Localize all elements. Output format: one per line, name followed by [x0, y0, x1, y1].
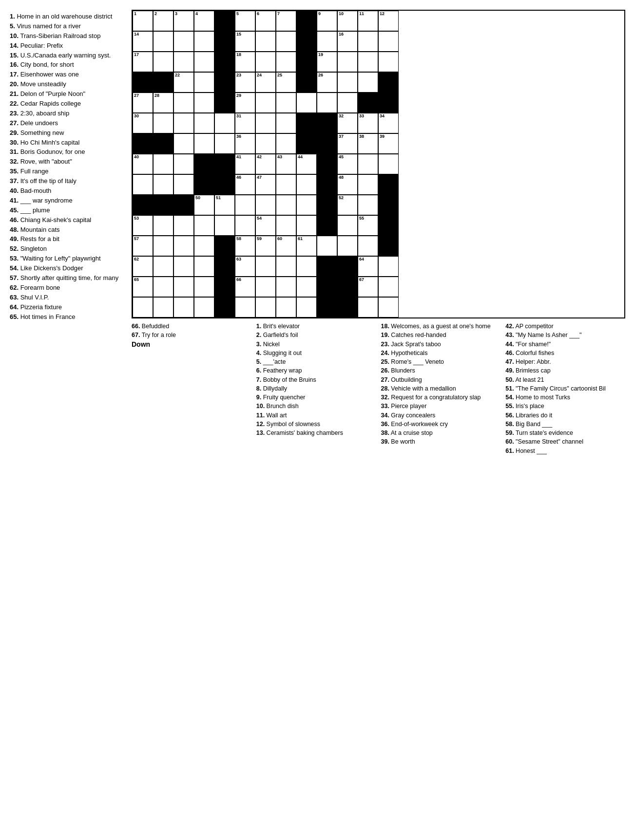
- cell-10-3[interactable]: [194, 215, 214, 236]
- cell-9-4[interactable]: 51: [214, 195, 235, 215]
- cell-5-10[interactable]: 32: [337, 113, 358, 133]
- cell-10-4[interactable]: [214, 215, 235, 236]
- cell-5-1[interactable]: [153, 113, 173, 133]
- cell-11-9[interactable]: [317, 236, 337, 256]
- cell-10-2[interactable]: [173, 215, 194, 236]
- cell-9-7[interactable]: [276, 195, 296, 215]
- cell-2-11[interactable]: [358, 52, 378, 72]
- cell-14-6[interactable]: [255, 297, 276, 317]
- cell-7-10[interactable]: 45: [337, 154, 358, 174]
- cell-11-11[interactable]: [358, 236, 378, 256]
- cell-5-6[interactable]: [255, 113, 276, 133]
- cell-9-6[interactable]: [255, 195, 276, 215]
- cell-6-5[interactable]: 36: [235, 133, 255, 154]
- cell-8-7[interactable]: [276, 174, 296, 195]
- cell-0-2[interactable]: 3: [173, 11, 194, 31]
- cell-4-6[interactable]: [255, 93, 276, 113]
- cell-7-0[interactable]: 40: [133, 154, 153, 174]
- cell-13-11[interactable]: 67: [358, 277, 378, 297]
- cell-8-11[interactable]: [358, 174, 378, 195]
- cell-10-1[interactable]: [153, 215, 173, 236]
- cell-13-6[interactable]: [255, 277, 276, 297]
- cell-1-0[interactable]: 14: [133, 31, 153, 52]
- cell-11-5[interactable]: 58: [235, 236, 255, 256]
- cell-2-7[interactable]: [276, 52, 296, 72]
- cell-14-3[interactable]: [194, 297, 214, 317]
- cell-1-3[interactable]: [194, 31, 214, 52]
- cell-3-2[interactable]: 22: [173, 72, 194, 93]
- cell-7-6[interactable]: 42: [255, 154, 276, 174]
- cell-9-3[interactable]: 50: [194, 195, 214, 215]
- cell-8-2[interactable]: [173, 174, 194, 195]
- cell-7-1[interactable]: [153, 154, 173, 174]
- cell-4-5[interactable]: 29: [235, 93, 255, 113]
- cell-1-1[interactable]: [153, 31, 173, 52]
- cell-9-5[interactable]: [235, 195, 255, 215]
- cell-11-8[interactable]: 61: [296, 236, 317, 256]
- cell-7-11[interactable]: [358, 154, 378, 174]
- cell-3-11[interactable]: [358, 72, 378, 93]
- cell-4-10[interactable]: [337, 93, 358, 113]
- cell-4-9[interactable]: [317, 93, 337, 113]
- cell-6-2[interactable]: [173, 133, 194, 154]
- cell-12-3[interactable]: [194, 256, 214, 277]
- cell-6-3[interactable]: [194, 133, 214, 154]
- cell-9-11[interactable]: [358, 195, 378, 215]
- cell-12-12[interactable]: [378, 256, 399, 277]
- cell-10-7[interactable]: [276, 215, 296, 236]
- cell-13-0[interactable]: 65: [133, 277, 153, 297]
- cell-10-0[interactable]: 53: [133, 215, 153, 236]
- cell-11-7[interactable]: 60: [276, 236, 296, 256]
- cell-6-7[interactable]: [276, 133, 296, 154]
- cell-14-8[interactable]: [296, 297, 317, 317]
- cell-2-6[interactable]: [255, 52, 276, 72]
- cell-3-9[interactable]: 26: [317, 72, 337, 93]
- cell-14-5[interactable]: [235, 297, 255, 317]
- cell-14-11[interactable]: [358, 297, 378, 317]
- cell-11-3[interactable]: [194, 236, 214, 256]
- cell-14-12[interactable]: [378, 297, 399, 317]
- cell-13-2[interactable]: [173, 277, 194, 297]
- cell-5-3[interactable]: [194, 113, 214, 133]
- cell-2-1[interactable]: [153, 52, 173, 72]
- cell-13-12[interactable]: [378, 277, 399, 297]
- cell-11-6[interactable]: 59: [255, 236, 276, 256]
- cell-12-11[interactable]: 64: [358, 256, 378, 277]
- cell-10-11[interactable]: 55: [358, 215, 378, 236]
- cell-5-4[interactable]: [214, 113, 235, 133]
- cell-13-1[interactable]: [153, 277, 173, 297]
- cell-12-1[interactable]: [153, 256, 173, 277]
- cell-0-9[interactable]: 9: [317, 11, 337, 31]
- cell-7-7[interactable]: 43: [276, 154, 296, 174]
- cell-13-8[interactable]: [296, 277, 317, 297]
- cell-14-0[interactable]: [133, 297, 153, 317]
- cell-4-3[interactable]: [194, 93, 214, 113]
- cell-12-0[interactable]: 62: [133, 256, 153, 277]
- cell-0-10[interactable]: 10: [337, 11, 358, 31]
- cell-12-8[interactable]: [296, 256, 317, 277]
- cell-5-0[interactable]: 30: [133, 113, 153, 133]
- cell-1-11[interactable]: [358, 31, 378, 52]
- cell-9-10[interactable]: 52: [337, 195, 358, 215]
- cell-13-3[interactable]: [194, 277, 214, 297]
- cell-0-0[interactable]: 1: [133, 11, 153, 31]
- cell-5-5[interactable]: 31: [235, 113, 255, 133]
- cell-3-3[interactable]: [194, 72, 214, 93]
- cell-0-3[interactable]: 4: [194, 11, 214, 31]
- cell-10-10[interactable]: [337, 215, 358, 236]
- cell-1-10[interactable]: 16: [337, 31, 358, 52]
- cell-8-5[interactable]: 46: [235, 174, 255, 195]
- cell-1-2[interactable]: [173, 31, 194, 52]
- cell-0-5[interactable]: 5: [235, 11, 255, 31]
- cell-4-1[interactable]: 28: [153, 93, 173, 113]
- cell-0-6[interactable]: 6: [255, 11, 276, 31]
- cell-8-6[interactable]: 47: [255, 174, 276, 195]
- cell-12-6[interactable]: [255, 256, 276, 277]
- cell-7-8[interactable]: 44: [296, 154, 317, 174]
- cell-6-11[interactable]: 38: [358, 133, 378, 154]
- cell-8-0[interactable]: [133, 174, 153, 195]
- cell-12-2[interactable]: [173, 256, 194, 277]
- cell-1-6[interactable]: [255, 31, 276, 52]
- cell-3-7[interactable]: 25: [276, 72, 296, 93]
- cell-11-2[interactable]: [173, 236, 194, 256]
